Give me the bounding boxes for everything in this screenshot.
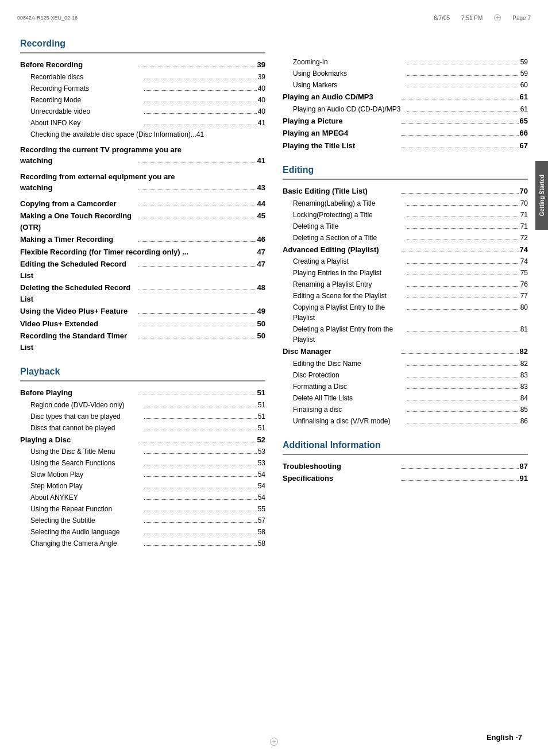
toc-text: Using the Search Functions [20, 458, 143, 468]
toc-page: 57 [258, 515, 265, 526]
toc-dots [407, 64, 519, 64]
toc-before-recording: Before Recording 39 [20, 59, 265, 71]
toc-specifications: Specifications 91 [283, 473, 528, 484]
toc-page: 70 [520, 186, 528, 197]
toc-standard-timer: Recording the Standard Timer List 50 [20, 330, 265, 353]
toc-dots [138, 67, 256, 67]
toc-text: Basic Editing (Title List) [283, 186, 400, 197]
toc-dots [407, 423, 519, 423]
toc-camera-angle: Changing the Camera Angle 58 [20, 538, 265, 549]
toc-text: Delete All Title Lists [283, 393, 406, 403]
toc-dots [144, 534, 257, 534]
playback-section: Playback Before Playing 51 Region code (… [20, 367, 265, 549]
toc-dots [407, 377, 519, 377]
toc-dots [144, 125, 257, 125]
right-top-entries: Zooming-In 59 Using Bookmarks 59 Using M… [283, 57, 528, 151]
toc-page: 40 [258, 95, 265, 105]
toc-text: Playing an Audio CD (CD-DA)/MP3 [283, 104, 406, 114]
toc-dots [407, 228, 519, 229]
toc-dots [144, 113, 257, 114]
toc-dots [138, 395, 256, 395]
toc-text: Deleting a Playlist Entry from the Playl… [283, 324, 406, 345]
toc-zooming-in: Zooming-In 59 [283, 57, 528, 67]
toc-page: 71 [520, 221, 528, 232]
toc-disc-title-menu: Using the Disc & Title Menu 53 [20, 446, 265, 457]
page-footer: English -7 [487, 733, 522, 742]
toc-dots [144, 102, 257, 102]
toc-dots [144, 407, 257, 407]
toc-page: 55 [258, 504, 265, 514]
toc-page: 71 [520, 210, 528, 220]
toc-page: 53 [258, 458, 265, 468]
toc-text: Deleting a Section of a Title [283, 233, 406, 243]
toc-page: 45 [257, 210, 265, 222]
toc-page: 60 [520, 80, 528, 90]
toc-unfinalising-disc: Unfinalising a disc (V/VR mode) 86 [283, 416, 528, 426]
toc-video-plus-extended: Video Plus+ Extended 50 [20, 318, 265, 330]
toc-dots [407, 275, 519, 275]
toc-dots [144, 488, 257, 488]
toc-info-key: About INFO Key 41 [20, 118, 265, 128]
toc-page: 58 [258, 538, 265, 549]
toc-page: 65 [520, 115, 528, 127]
toc-text: Editing the Scheduled Record List [20, 259, 137, 281]
recording-divider [20, 52, 265, 53]
toc-dots [144, 476, 257, 477]
right-column: Zooming-In 59 Using Bookmarks 59 Using M… [283, 33, 528, 550]
toc-page: 82 [520, 358, 528, 369]
header-time: 7:51 PM [461, 15, 483, 21]
toc-dots [144, 499, 257, 500]
toc-page: 81 [520, 324, 528, 334]
toc-dots [407, 411, 519, 412]
toc-deleting-title: Deleting a Title 71 [283, 221, 528, 232]
toc-bookmarks: Using Bookmarks 59 [283, 68, 528, 79]
toc-page: 53 [258, 446, 265, 457]
toc-dots [138, 313, 256, 314]
toc-text: Slow Motion Play [20, 469, 143, 480]
toc-dots [407, 75, 519, 76]
toc-page: 52 [257, 434, 265, 446]
toc-page: 40 [258, 106, 265, 117]
bottom-registration-mark: + [270, 738, 278, 746]
toc-text: Disc Manager [283, 346, 400, 357]
toc-text: Specifications [283, 473, 400, 484]
toc-dots [138, 218, 256, 218]
toc-editing-scene: Editing a Scene for the Playlist 77 [283, 291, 528, 301]
toc-page: 46 [257, 234, 265, 245]
toc-text: Using the Disc & Title Menu [20, 446, 143, 457]
toc-subtitle: Selecting the Subtitle 57 [20, 515, 265, 526]
toc-text: Using the Repeat Function [20, 504, 143, 514]
toc-text: Unrecordable video [20, 106, 143, 117]
toc-text: Deleting the Scheduled Record List [20, 282, 137, 304]
toc-deleting-section: Deleting a Section of a Title 72 [283, 233, 528, 243]
header-date: 6/7/05 [434, 15, 450, 21]
toc-playing-picture: Playing a Picture 65 [283, 115, 528, 127]
toc-basic-editing: Basic Editing (Title List) 70 [283, 186, 528, 197]
toc-step-motion: Step Motion Play 54 [20, 481, 265, 491]
editing-title: Editing [283, 165, 528, 175]
main-content: Recording Before Recording 39 Recordable… [0, 27, 548, 561]
toc-disc-space: Checking the available disc space (Disc … [20, 129, 265, 140]
toc-deleting-playlist-entry: Deleting a Playlist Entry from the Playl… [283, 324, 528, 345]
toc-page: 40 [258, 83, 265, 94]
toc-page: 51 [257, 387, 265, 399]
toc-deleting-scheduled-record: Deleting the Scheduled Record List 48 [20, 282, 265, 304]
toc-text: Making a Timer Recording [20, 234, 137, 245]
editing-divider [283, 179, 528, 180]
side-tab: Getting Started [535, 161, 548, 230]
toc-page: 66 [520, 128, 528, 139]
toc-page: 50 [257, 330, 265, 342]
toc-text: Disc types that can be played [20, 411, 143, 422]
toc-dots [407, 298, 519, 298]
toc-dots [138, 290, 256, 290]
toc-audio-cd-mp3: Playing an Audio CD/MP3 61 [283, 91, 528, 103]
toc-text: Troubleshooting [283, 461, 400, 472]
toc-page: 77 [520, 291, 528, 301]
header-filename: 00842A-R125-XEU_02-16 [17, 15, 422, 21]
toc-editing-disc-name: Editing the Disc Name 82 [283, 358, 528, 369]
toc-unrecordable-video: Unrecordable video 40 [20, 106, 265, 117]
toc-text: Editing the Disc Name [283, 358, 406, 369]
toc-page: 51 [258, 411, 265, 422]
toc-page: 80 [520, 302, 528, 313]
toc-page: 83 [520, 381, 528, 392]
